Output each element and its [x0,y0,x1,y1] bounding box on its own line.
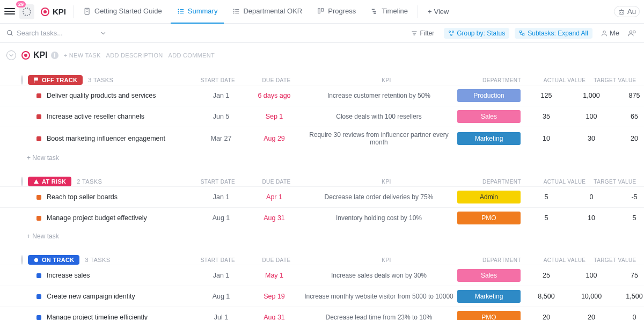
tab-summary[interactable]: Summary [171,0,224,24]
tab-progress[interactable]: Progress [311,0,362,24]
task-target-value[interactable]: 100 [569,272,614,279]
department-chip[interactable]: Sales [457,269,521,282]
col-header-actual[interactable]: ACTUAL VALUE [542,77,587,83]
col-header-start[interactable]: START DATE [194,179,241,185]
task-start-date[interactable]: Jun 5 [197,113,245,120]
status-square-icon[interactable] [36,216,41,221]
task-due-date[interactable]: Sep 1 [245,113,304,120]
menu-icon[interactable] [4,8,15,16]
col-header-due[interactable]: DUE DATE [247,77,306,83]
task-start-date[interactable]: Jan 1 [197,193,245,201]
task-row[interactable]: Create new campaign identity Aug 1 Sep 1… [0,286,644,307]
task-start-date[interactable]: Aug 1 [197,214,245,222]
task-due-date[interactable]: Sep 19 [245,293,304,300]
col-header-actual[interactable]: ACTUAL VALUE [542,179,587,185]
subtasks-button[interactable]: Subtasks: Expand All [515,28,592,39]
task-kpi[interactable]: Decrease lead time from 23% to 10% [304,314,454,320]
task-start-date[interactable]: Mar 27 [197,135,245,142]
task-difference[interactable]: 1,500 [614,293,644,300]
task-due-date[interactable]: May 1 [245,272,304,279]
col-header-target[interactable]: TARGET VALUE [592,179,638,185]
tab-timeline[interactable]: Timeline [364,0,414,24]
task-start-date[interactable]: Jul 1 [197,314,245,320]
col-header-kpi[interactable]: KPI [311,179,462,185]
task-kpi[interactable]: Increase sales deals won by 30% [304,272,454,279]
tab-departmental[interactable]: Departmental OKR [226,0,309,24]
task-kpi[interactable]: Close deals with 100 resellers [304,113,454,120]
status-square-icon[interactable] [36,294,41,299]
task-row[interactable]: Reach top seller boards Jan 1 Apr 1 Decr… [0,186,644,207]
department-chip[interactable]: Marketing [457,132,521,145]
task-kpi[interactable]: Increase customer retention by 50% [304,92,454,99]
automations-button[interactable]: Au [614,6,640,17]
task-kpi[interactable]: Increase monthly website visitor from 50… [304,293,454,300]
col-header-target[interactable]: TARGET VALUE [592,257,638,263]
col-header-kpi[interactable]: KPI [311,77,462,83]
task-kpi[interactable]: Decrease late order deliveries by 75% [304,193,454,201]
col-header-due[interactable]: DUE DATE [247,257,306,263]
task-actual-value[interactable]: 8,500 [524,293,569,300]
task-target-value[interactable]: 10 [569,214,614,222]
tab-getting-started[interactable]: Getting Started Guide [77,0,169,24]
task-difference[interactable]: -5 [614,193,644,201]
status-square-icon[interactable] [36,273,41,278]
new-task-inline[interactable]: + New task [0,150,644,166]
task-due-date[interactable]: Aug 29 [245,135,304,142]
group-by-button[interactable]: Group by: Status [444,28,509,39]
task-actual-value[interactable]: 5 [524,193,569,201]
task-actual-value[interactable]: 10 [524,135,569,142]
department-chip[interactable]: Production [457,89,521,102]
task-row[interactable]: Manage project timeline efficiently Jul … [0,307,644,320]
task-row[interactable]: Boost marketing influencer engagement Ma… [0,127,644,150]
workspace-title[interactable]: KPI [36,7,70,16]
task-start-date[interactable]: Aug 1 [197,293,245,300]
department-chip[interactable]: PMO [457,212,521,224]
col-header-department[interactable]: DEPARTMENT [467,77,537,83]
status-square-icon[interactable] [36,195,41,200]
col-header-due[interactable]: DUE DATE [247,179,306,185]
status-square-icon[interactable] [36,136,41,141]
group-collapse-button[interactable] [21,177,23,186]
status-square-icon[interactable] [36,93,41,98]
search-input[interactable] [17,29,81,37]
col-header-start[interactable]: START DATE [194,257,241,263]
status-square-icon[interactable] [36,114,41,119]
status-pill[interactable]: OFF TRACK [28,75,83,85]
task-difference[interactable]: 875 [614,92,644,99]
new-task-inline[interactable]: + New task [0,228,644,244]
task-difference[interactable]: 75 [614,272,644,279]
department-chip[interactable]: Sales [457,110,521,123]
task-target-value[interactable]: 10,000 [569,293,614,300]
task-difference[interactable]: 20 [614,135,644,142]
col-header-department[interactable]: DEPARTMENT [467,257,537,263]
me-button[interactable]: Me [598,29,623,37]
status-pill[interactable]: ON TRACK [28,255,79,265]
task-row[interactable]: Deliver quality products and services Ja… [0,85,644,106]
task-due-date[interactable]: Aug 31 [245,214,304,222]
info-icon[interactable]: i [51,52,58,59]
task-due-date[interactable]: Aug 31 [245,314,304,320]
group-collapse-button[interactable] [21,75,23,85]
task-kpi[interactable]: Inventory holding cost by 10% [304,214,454,222]
task-difference[interactable]: 5 [614,214,644,222]
activity-button[interactable]: 29 [19,4,34,19]
task-row[interactable]: Manage project budget effectively Aug 1 … [0,207,644,228]
task-difference[interactable]: 65 [614,113,644,120]
assignees-button[interactable] [628,30,638,37]
task-target-value[interactable]: 30 [569,135,614,142]
task-row[interactable]: Increase sales Jan 1 May 1 Increase sale… [0,265,644,286]
add-description-button[interactable]: ADD DESCRIPTION [106,52,163,59]
collapse-all-button[interactable] [6,50,16,60]
task-due-date[interactable]: Apr 1 [245,193,304,201]
task-target-value[interactable]: 20 [569,314,614,320]
add-comment-button[interactable]: ADD COMMENT [169,52,215,59]
task-target-value[interactable]: 0 [569,193,614,201]
add-view-button[interactable]: + View [421,8,456,16]
new-task-button[interactable]: + NEW TASK [64,52,101,59]
col-header-start[interactable]: START DATE [194,77,241,83]
status-square-icon[interactable] [36,315,41,320]
task-target-value[interactable]: 100 [569,113,614,120]
filter-button[interactable]: Filter [407,28,438,39]
task-start-date[interactable]: Jan 1 [197,92,245,99]
task-due-date[interactable]: 6 days ago [245,92,304,99]
